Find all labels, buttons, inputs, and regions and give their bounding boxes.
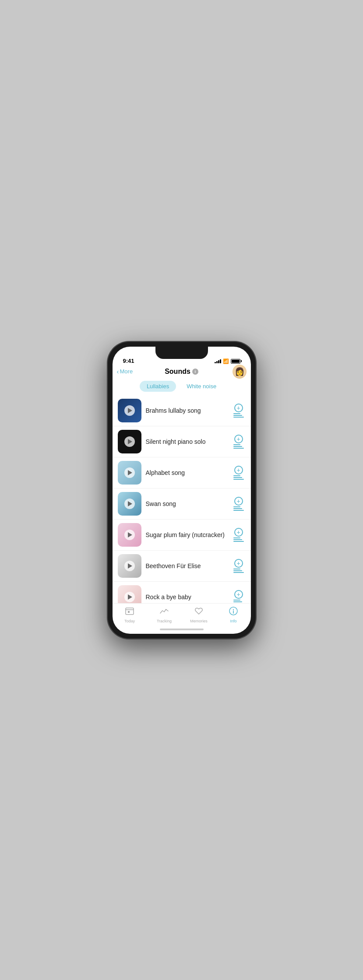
song-thumbnail: [118, 461, 141, 485]
song-name: Rock a bye baby: [146, 594, 232, 601]
tab-white-noise[interactable]: White noise: [180, 381, 223, 392]
list-item[interactable]: Brahms lullaby song+: [113, 395, 251, 426]
svg-rect-2: [128, 611, 130, 613]
play-triangle-icon: [128, 470, 132, 475]
today-label: Today: [124, 619, 135, 623]
song-thumbnail: [118, 554, 141, 578]
phone-frame: 9:41 📶 ‹ More Sounds: [107, 341, 256, 639]
memories-label: Memories: [190, 619, 208, 623]
plus-icon: +: [234, 590, 243, 599]
list-lines-icon: [233, 413, 244, 418]
battery-icon: [231, 359, 240, 364]
avatar[interactable]: 👩: [233, 365, 247, 379]
list-lines-icon: [233, 569, 244, 573]
play-button[interactable]: [118, 492, 141, 516]
play-button[interactable]: [118, 523, 141, 547]
add-to-playlist-button[interactable]: +: [232, 433, 246, 450]
notch: [155, 347, 208, 359]
add-to-playlist-button[interactable]: +: [232, 464, 246, 481]
list-item[interactable]: Swan song+: [113, 488, 251, 520]
plus-icon: +: [234, 435, 243, 443]
plus-icon: +: [234, 466, 243, 474]
song-thumbnail: [118, 492, 141, 516]
status-time: 9:41: [123, 358, 134, 364]
info-tab-icon: [229, 606, 238, 618]
song-name: Brahms lullaby song: [146, 407, 232, 414]
tab-bar: Today Tracking Memories: [113, 603, 251, 625]
info-label: Info: [230, 619, 236, 623]
tab-info[interactable]: Info: [222, 606, 244, 623]
today-icon: [125, 606, 134, 618]
home-indicator: [113, 625, 251, 634]
play-button[interactable]: [118, 461, 141, 485]
play-triangle-icon: [128, 501, 132, 506]
tab-lullabies[interactable]: Lullabies: [140, 381, 176, 392]
add-to-playlist-button[interactable]: +: [232, 557, 246, 575]
plus-icon: +: [234, 497, 243, 506]
svg-point-4: [233, 609, 234, 610]
tab-tracking[interactable]: Tracking: [153, 606, 175, 623]
song-thumbnail: [118, 430, 141, 453]
song-thumbnail: [118, 585, 141, 603]
song-list[interactable]: Brahms lullaby song+Silent night piano s…: [113, 395, 251, 603]
song-name: Sugar plum fairy (nutcracker): [146, 531, 232, 538]
list-item[interactable]: Beethoven Für Elise+: [113, 551, 251, 582]
phone-screen: 9:41 📶 ‹ More Sounds: [113, 347, 251, 634]
add-to-playlist-button[interactable]: +: [232, 588, 246, 603]
list-item[interactable]: Sugar plum fairy (nutcracker)+: [113, 520, 251, 551]
tracking-icon: [159, 606, 169, 618]
tab-today[interactable]: Today: [119, 606, 141, 623]
list-item[interactable]: Silent night piano solo+: [113, 426, 251, 457]
play-triangle-icon: [128, 408, 132, 413]
play-triangle-icon: [128, 563, 132, 569]
list-lines-icon: [233, 444, 244, 449]
plus-icon: +: [234, 528, 243, 537]
song-thumbnail: [118, 399, 141, 422]
play-button[interactable]: [118, 399, 141, 422]
info-icon[interactable]: i: [192, 369, 198, 375]
song-name: Alphabet song: [146, 469, 232, 476]
header: ‹ More Sounds i 👩: [113, 366, 251, 379]
page-title: Sounds i: [165, 368, 198, 376]
song-thumbnail: [118, 523, 141, 547]
play-triangle-icon: [128, 594, 132, 600]
signal-icon: [215, 359, 221, 363]
memories-icon: [194, 606, 204, 618]
list-lines-icon: [233, 537, 244, 542]
tracking-label: Tracking: [157, 619, 172, 623]
list-item[interactable]: Rock a bye baby+: [113, 582, 251, 603]
play-button[interactable]: [118, 430, 141, 453]
song-name: Silent night piano solo: [146, 438, 232, 445]
list-lines-icon: [233, 600, 244, 603]
status-icons: 📶: [215, 358, 240, 364]
song-name: Swan song: [146, 500, 232, 507]
add-to-playlist-button[interactable]: +: [232, 402, 246, 419]
play-triangle-icon: [128, 532, 132, 537]
add-to-playlist-button[interactable]: +: [232, 495, 246, 513]
list-lines-icon: [233, 475, 244, 480]
song-name: Beethoven Für Elise: [146, 562, 232, 569]
back-label: More: [120, 368, 133, 375]
list-item[interactable]: Alphabet song+: [113, 457, 251, 488]
tab-memories[interactable]: Memories: [188, 606, 210, 623]
play-button[interactable]: [118, 554, 141, 578]
category-tabs: Lullabies White noise: [113, 379, 251, 395]
play-triangle-icon: [128, 439, 132, 444]
plus-icon: +: [234, 404, 243, 412]
wifi-icon: 📶: [223, 358, 229, 364]
chevron-left-icon: ‹: [117, 368, 119, 375]
back-button[interactable]: ‹ More: [117, 368, 133, 375]
add-to-playlist-button[interactable]: +: [232, 526, 246, 544]
list-lines-icon: [233, 506, 244, 511]
plus-icon: +: [234, 559, 243, 568]
play-button[interactable]: [118, 585, 141, 603]
